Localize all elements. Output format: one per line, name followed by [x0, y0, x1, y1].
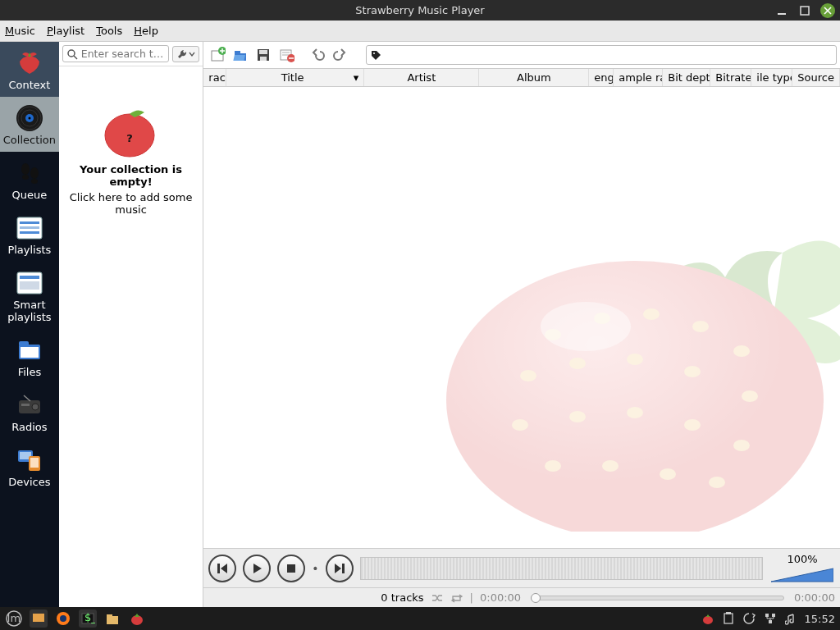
collection-options-button[interactable] — [172, 46, 199, 62]
col-album[interactable]: Album — [479, 69, 589, 86]
search-input[interactable] — [81, 48, 166, 60]
svg-rect-81 — [33, 614, 44, 622]
redo-button[interactable] — [330, 44, 351, 66]
col-length[interactable]: engt — [589, 69, 614, 86]
sidebar: Context Collection Queue Playlists Smart… — [0, 42, 59, 607]
sidebar-item-smart-playlists[interactable]: Smart playlists — [0, 262, 59, 329]
svg-point-10 — [22, 175, 29, 180]
path-field[interactable] — [366, 45, 837, 65]
menu-tools[interactable]: Tools — [96, 25, 122, 37]
collection-panel: ? Your collection is empty! Click here t… — [59, 42, 204, 607]
menu-playlist[interactable]: Playlist — [47, 25, 84, 37]
col-title[interactable]: Title▾ — [226, 69, 364, 86]
menu-help[interactable]: Help — [134, 25, 158, 37]
tray-sound-icon[interactable] — [785, 612, 797, 625]
svg-point-65 — [569, 411, 586, 422]
new-playlist-button[interactable] — [207, 44, 228, 66]
svg-point-52 — [373, 52, 375, 54]
menu-music[interactable]: Music — [5, 25, 35, 37]
tray-update-icon[interactable] — [742, 612, 756, 625]
svg-point-66 — [627, 407, 643, 418]
mint-menu-icon[interactable]: lm — [5, 609, 23, 628]
volume-control[interactable]: 100% — [769, 553, 835, 583]
sidebar-label: Devices — [8, 477, 50, 489]
save-button[interactable] — [253, 44, 274, 66]
col-bitrate[interactable]: Bitrate — [710, 69, 751, 86]
undo-button[interactable] — [307, 44, 328, 66]
system-tray: 15:52 — [701, 612, 835, 625]
svg-point-58 — [733, 345, 750, 357]
main-area: rac Title▾ Artist Album engt ample rat B… — [203, 42, 840, 607]
previous-button[interactable] — [208, 555, 236, 582]
playlists-icon — [15, 213, 44, 243]
track-count: 0 tracks — [381, 591, 423, 604]
close-button[interactable] — [820, 3, 835, 18]
sidebar-item-files[interactable]: Files — [0, 329, 59, 384]
svg-rect-14 — [20, 221, 39, 224]
svg-point-70 — [602, 460, 619, 472]
col-source[interactable]: Source — [792, 69, 840, 86]
playlist-body — [203, 87, 840, 548]
col-artist[interactable]: Artist — [364, 69, 479, 86]
tray-strawberry-icon[interactable] — [701, 612, 714, 625]
devices-icon — [15, 445, 44, 475]
smart-playlists-icon — [15, 268, 44, 298]
repeat-icon[interactable] — [450, 592, 463, 604]
open-button[interactable] — [230, 44, 251, 66]
column-headers[interactable]: rac Title▾ Artist Album engt ample rat B… — [203, 69, 840, 87]
taskbar-desktop-icon[interactable] — [30, 609, 48, 628]
svg-rect-30 — [30, 458, 39, 468]
minimize-button[interactable] — [774, 3, 789, 18]
svg-rect-87 — [107, 614, 112, 618]
separator: • — [312, 562, 318, 575]
vinyl-icon — [15, 103, 44, 133]
sidebar-item-radios[interactable]: Radios — [0, 384, 59, 439]
svg-rect-90 — [724, 614, 733, 623]
tray-clock[interactable]: 15:52 — [805, 613, 835, 625]
col-track[interactable]: rac — [203, 69, 226, 86]
svg-rect-16 — [20, 231, 39, 234]
sidebar-item-queue[interactable]: Queue — [0, 152, 59, 207]
volume-slider[interactable] — [771, 567, 833, 583]
window-title: Strawberry Music Player — [0, 4, 840, 16]
svg-point-9 — [21, 163, 30, 175]
clear-playlist-button[interactable] — [276, 44, 297, 66]
next-button[interactable] — [326, 555, 354, 582]
menubar: Music Playlist Tools Help — [0, 21, 840, 42]
svg-point-63 — [742, 390, 758, 402]
svg-point-57 — [692, 321, 709, 332]
tray-network-icon[interactable] — [764, 612, 777, 625]
waveform-seekbar[interactable] — [360, 557, 763, 580]
stop-button[interactable] — [277, 555, 305, 582]
svg-point-12 — [31, 179, 38, 184]
svg-rect-92 — [765, 614, 769, 617]
seek-slider[interactable] — [531, 596, 784, 600]
shuffle-icon[interactable] — [431, 592, 444, 604]
svg-point-56 — [643, 308, 660, 320]
sidebar-label: Files — [18, 367, 42, 379]
sidebar-item-devices[interactable]: Devices — [0, 439, 59, 494]
sidebar-label: Playlists — [7, 244, 51, 257]
sidebar-item-playlists[interactable]: Playlists — [0, 207, 59, 262]
sidebar-item-context[interactable]: Context — [0, 42, 59, 97]
svg-rect-76 — [342, 564, 345, 573]
collection-search[interactable] — [62, 45, 170, 62]
svg-point-60 — [569, 358, 586, 369]
maximize-button[interactable] — [797, 3, 812, 18]
svg-point-72 — [709, 477, 725, 488]
play-button[interactable] — [243, 555, 271, 582]
svg-rect-91 — [726, 612, 731, 614]
col-filetype[interactable]: ile type — [751, 69, 792, 86]
col-bitdepth[interactable]: Bit depth — [663, 69, 710, 86]
svg-rect-21 — [19, 341, 29, 346]
col-samplerate[interactable]: ample rat — [614, 69, 663, 86]
taskbar-strawberry-icon[interactable] — [128, 609, 146, 628]
taskbar-firefox-icon[interactable] — [54, 609, 72, 628]
collection-empty-area[interactable]: ? Your collection is empty! Click here t… — [59, 66, 203, 607]
taskbar-files-icon[interactable] — [103, 609, 121, 628]
sidebar-label: Queue — [12, 189, 48, 202]
sidebar-item-collection[interactable]: Collection — [0, 97, 59, 152]
svg-point-67 — [684, 419, 701, 431]
tray-clipboard-icon[interactable] — [723, 612, 734, 625]
taskbar-terminal-icon[interactable]: $_ — [79, 609, 97, 628]
